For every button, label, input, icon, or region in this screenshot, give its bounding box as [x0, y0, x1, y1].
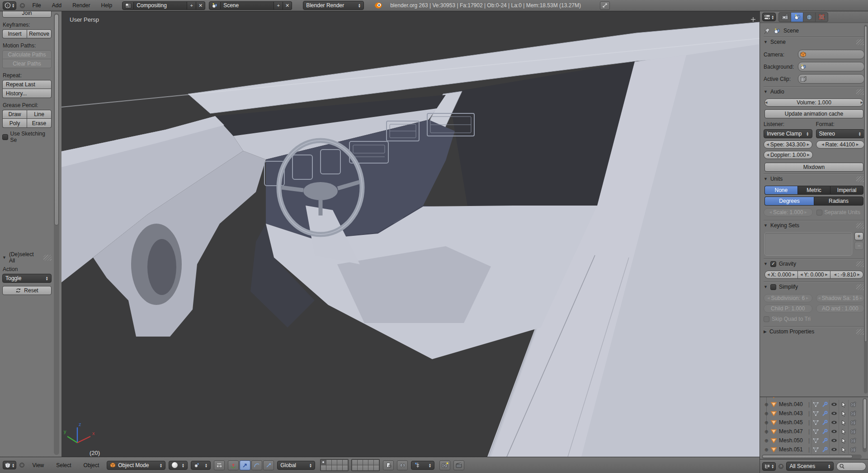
- outliner-display-select[interactable]: All Scenes ▲▼: [786, 462, 834, 471]
- outliner-editor-selector[interactable]: ▲▼: [762, 462, 776, 471]
- units-panel-header[interactable]: ▼ Units: [764, 174, 864, 184]
- outliner-scrollbar[interactable]: [863, 398, 867, 452]
- breadcrumb[interactable]: Scene: [783, 28, 799, 34]
- repeat-last-button[interactable]: Repeat Last: [2, 80, 52, 89]
- opengl-render-anim-button[interactable]: [453, 460, 464, 470]
- keying-sets-list[interactable]: [764, 232, 852, 256]
- distance-model-select[interactable]: Inverse Clamp ▲▼: [764, 129, 812, 138]
- arrow-left-icon[interactable]: ◀: [821, 143, 824, 146]
- gp-poly-button[interactable]: Poly: [2, 119, 27, 128]
- toolshelf-scrollbar-thumb[interactable]: [54, 14, 59, 225]
- object-name[interactable]: Mesh.040: [779, 401, 807, 407]
- gravity-panel-header[interactable]: ▼ ✓ Gravity: [764, 259, 864, 269]
- calculate-paths-button[interactable]: Calculate Paths: [2, 50, 52, 59]
- units-none-button[interactable]: None: [764, 186, 797, 195]
- expand-icon[interactable]: ⊕: [764, 447, 770, 452]
- volume-slider[interactable]: ◀ Volume: 1.000 ▶: [764, 98, 863, 107]
- tab-render-layers[interactable]: [816, 13, 828, 22]
- manipulator-center-toggle[interactable]: [214, 460, 225, 470]
- view3d-editor-selector[interactable]: ▲▼: [3, 461, 16, 469]
- render-engine-select[interactable]: Blender Render ▲▼: [303, 1, 364, 10]
- window-duplicate-icon[interactable]: [600, 1, 610, 10]
- modifier-wrench-icon[interactable]: [820, 418, 829, 427]
- visibility-eye-icon[interactable]: [829, 427, 839, 436]
- outliner-row[interactable]: ⊕ Mesh.043 |: [760, 409, 868, 418]
- add-keying-set-button[interactable]: +: [854, 232, 863, 240]
- outliner-row[interactable]: ⊕ Mesh.047 |: [760, 427, 868, 436]
- modifier-wrench-icon[interactable]: [820, 400, 829, 409]
- renderable-camera-icon[interactable]: [848, 418, 858, 427]
- simplify-checkbox[interactable]: [770, 284, 776, 290]
- orientation-select[interactable]: Global ▲▼: [277, 461, 315, 470]
- outliner-scrollbar-thumb[interactable]: [863, 398, 867, 449]
- arrow-left-icon[interactable]: ◀: [766, 143, 769, 146]
- units-scale-field[interactable]: ◀ Scale: 1.000 ▶: [764, 208, 813, 216]
- arrow-right-icon[interactable]: ▶: [826, 273, 828, 276]
- tab-world[interactable]: [803, 13, 816, 22]
- renderable-camera-icon[interactable]: [848, 436, 858, 445]
- arrow-right-icon[interactable]: ▶: [861, 101, 863, 104]
- gravity-x-field[interactable]: ◀ X: 0.000 ▶: [764, 271, 797, 279]
- panel-grip-icon[interactable]: [856, 39, 864, 45]
- lock-to-scene-toggle[interactable]: [383, 460, 394, 470]
- arrow-left-icon[interactable]: ◀: [765, 101, 767, 104]
- keying-sets-panel-header[interactable]: ▼ Keying Sets: [764, 220, 864, 230]
- arrow-left-icon[interactable]: ◀: [766, 153, 769, 157]
- mixdown-button[interactable]: Mixdown: [764, 163, 863, 172]
- renderable-camera-icon[interactable]: [848, 409, 858, 418]
- active-clip-field[interactable]: [798, 74, 864, 84]
- doppler-field[interactable]: ◀ Doppler: 1.000 ▶: [764, 151, 813, 159]
- tab-render[interactable]: [779, 13, 791, 22]
- visibility-eye-icon[interactable]: [829, 436, 839, 445]
- properties-editor-selector[interactable]: ▲▼: [762, 13, 776, 21]
- insert-keyframe-button[interactable]: Insert: [2, 29, 27, 38]
- manipulator-toggle-button[interactable]: [228, 460, 239, 470]
- selectable-cursor-icon[interactable]: [839, 445, 848, 454]
- selectable-cursor-icon[interactable]: [839, 418, 848, 427]
- simplify-panel-header[interactable]: ▼ Simplify: [764, 282, 864, 292]
- translate-manipulator-button[interactable]: [240, 460, 250, 470]
- modifier-wrench-icon[interactable]: [820, 436, 829, 445]
- collapse-menus-icon[interactable]: −: [20, 3, 25, 8]
- outliner-search-field[interactable]: [836, 462, 866, 471]
- shading-select[interactable]: ▲▼: [169, 461, 188, 470]
- units-metric-button[interactable]: Metric: [797, 186, 830, 195]
- arrow-right-icon[interactable]: ▶: [856, 143, 859, 146]
- simplify-subdivision-field[interactable]: ◀ Subdivision: 6 ▶: [764, 294, 812, 302]
- simplify-ao-field[interactable]: AO and : 1.000: [816, 304, 865, 313]
- modifier-wrench-icon[interactable]: [820, 445, 829, 454]
- panel-grip-icon[interactable]: [856, 261, 864, 267]
- properties-scrollbar[interactable]: [864, 25, 868, 393]
- delete-layout-button[interactable]: ✕: [196, 1, 205, 10]
- menu-file[interactable]: File: [28, 2, 44, 9]
- rotate-manipulator-button[interactable]: [251, 460, 262, 470]
- history-button[interactable]: History...: [2, 89, 52, 98]
- custom-properties-header[interactable]: ▶ Custom Properties: [764, 327, 864, 337]
- renderable-camera-icon[interactable]: [848, 400, 858, 409]
- outliner-hscrollbar-thumb[interactable]: [762, 455, 853, 458]
- scale-manipulator-button[interactable]: [263, 460, 274, 470]
- scene-name-field[interactable]: Scene: [221, 1, 274, 10]
- scene-datablock-icon[interactable]: [209, 1, 221, 10]
- object-name[interactable]: Mesh.050: [779, 437, 807, 444]
- panel-grip-icon[interactable]: [856, 223, 864, 229]
- gp-draw-button[interactable]: Draw: [2, 110, 27, 119]
- visibility-eye-icon[interactable]: [829, 445, 839, 454]
- object-name[interactable]: Mesh.045: [779, 419, 807, 426]
- gravity-checkbox[interactable]: ✓: [770, 261, 776, 267]
- gp-erase-button[interactable]: Erase: [27, 119, 52, 128]
- editor-type-selector[interactable]: i ▲▼: [3, 1, 16, 10]
- update-animation-cache-button[interactable]: Update animation cache: [764, 109, 863, 118]
- object-name[interactable]: Mesh.047: [779, 428, 807, 435]
- arrow-left-icon[interactable]: ◀: [767, 273, 769, 276]
- outliner-row[interactable]: ⊕ Mesh.040 |: [760, 400, 868, 409]
- arrow-right-icon[interactable]: ▶: [860, 296, 862, 300]
- arrow-right-icon[interactable]: ▶: [806, 296, 808, 300]
- renderable-camera-icon[interactable]: [848, 445, 858, 454]
- menu-render[interactable]: Render: [69, 2, 94, 9]
- object-name[interactable]: Mesh.051: [779, 446, 807, 453]
- screen-layout-name[interactable]: Compositing: [134, 1, 187, 10]
- arrow-left-icon[interactable]: ◀: [767, 296, 769, 300]
- selectable-cursor-icon[interactable]: [839, 436, 848, 445]
- arrow-left-icon[interactable]: ◀: [800, 273, 802, 276]
